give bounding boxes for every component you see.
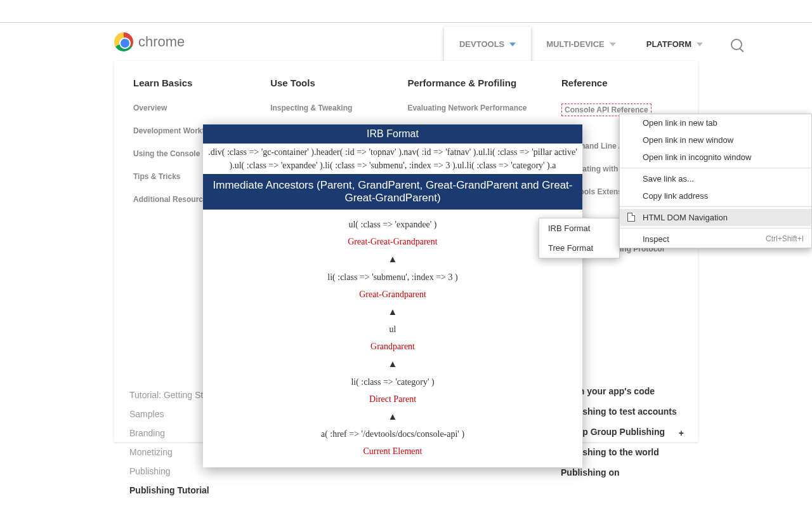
divider xyxy=(620,228,811,229)
browser-toolbar xyxy=(0,0,812,23)
ancestor-code: li( :class => 'category' ) xyxy=(203,373,582,391)
menu-link[interactable]: Inspecting & Tweaking xyxy=(270,104,382,112)
up-arrow-icon: ▲ xyxy=(203,303,582,321)
ctx-save-link-as[interactable]: Save link as... xyxy=(620,170,811,187)
divider xyxy=(620,168,811,168)
ancestor-label: Great-Grandparent xyxy=(203,286,582,303)
ctx-html-dom-navigation[interactable]: HTML DOM Navigation xyxy=(620,209,811,226)
irb-code: .div( :class => 'gc-container' ).header(… xyxy=(203,144,582,174)
search-icon[interactable] xyxy=(731,39,742,50)
divider xyxy=(620,206,811,207)
top-nav: DEVTOOLS MULTI-DEVICE PLATFORM xyxy=(444,27,742,62)
ancestor-code: li( :class => 'submenu', :index => 3 ) xyxy=(203,269,582,286)
ctx-open-incognito[interactable]: Open link in incognito window xyxy=(620,149,811,166)
chevron-down-icon xyxy=(697,43,703,46)
ancestor-code: ul( :class => 'expandee' ) xyxy=(203,216,582,233)
sidebar-item-active[interactable]: Publishing Tutorial xyxy=(129,485,241,495)
nav-platform[interactable]: PLATFORM xyxy=(631,27,718,62)
ctx-copy-link-address[interactable]: Copy link address xyxy=(620,187,811,204)
nav-devtools[interactable]: DEVTOOLS xyxy=(444,27,531,62)
popup-header-ancestors: Immediate Ancestors (Parent, GrandParent… xyxy=(203,174,582,210)
ancestor-label: Current Element xyxy=(203,443,582,460)
context-menu: Open link in new tab Open link in new wi… xyxy=(619,114,812,248)
up-arrow-icon: ▲ xyxy=(203,408,582,426)
ctx-inspect[interactable]: InspectCtrl+Shift+I xyxy=(620,231,811,248)
menu-link[interactable]: Overview xyxy=(133,104,245,112)
ancestor-label: Direct Parent xyxy=(203,391,582,408)
chrome-icon xyxy=(114,32,133,51)
up-arrow-icon: ▲ xyxy=(203,355,582,373)
document-icon xyxy=(627,213,635,222)
ancestor-label: Great-Great-Grandparent xyxy=(203,233,582,250)
dom-nav-submenu: IRB Format Tree Format xyxy=(539,218,620,258)
col-heading: Reference xyxy=(561,77,679,88)
chevron-down-icon xyxy=(610,43,616,46)
popup-header: IRB Format xyxy=(203,124,582,144)
ctx-open-new-window[interactable]: Open link in new window xyxy=(620,131,811,149)
submenu-irb-format[interactable]: IRB Format xyxy=(539,218,619,238)
plus-icon: + xyxy=(679,428,684,438)
shortcut-label: Ctrl+Shift+I xyxy=(766,234,804,243)
ancestor-label: Grandparent xyxy=(203,338,582,355)
ancestor-code: ul xyxy=(203,321,582,338)
col-heading: Use Tools xyxy=(270,77,382,88)
toc-item[interactable]: Publishing on xyxy=(561,467,681,478)
logo-text: chrome xyxy=(138,34,185,50)
dom-nav-popup: IRB Format .div( :class => 'gc-container… xyxy=(203,124,582,467)
menu-link[interactable]: Evaluating Network Performance xyxy=(407,104,536,112)
up-arrow-icon: ▲ xyxy=(203,250,582,269)
col-heading: Performance & Profiling xyxy=(407,77,536,88)
col-heading: Learn Basics xyxy=(133,77,245,88)
chevron-down-icon xyxy=(509,43,516,46)
chrome-logo[interactable]: chrome xyxy=(114,32,185,51)
submenu-tree-format[interactable]: Tree Format xyxy=(539,238,619,258)
ancestor-code: a( :href => '/devtools/docs/console-api'… xyxy=(203,425,582,443)
nav-multidevice[interactable]: MULTI-DEVICE xyxy=(531,27,631,62)
ctx-open-new-tab[interactable]: Open link in new tab xyxy=(620,114,811,131)
sidebar-item[interactable]: Publishing xyxy=(129,466,241,476)
